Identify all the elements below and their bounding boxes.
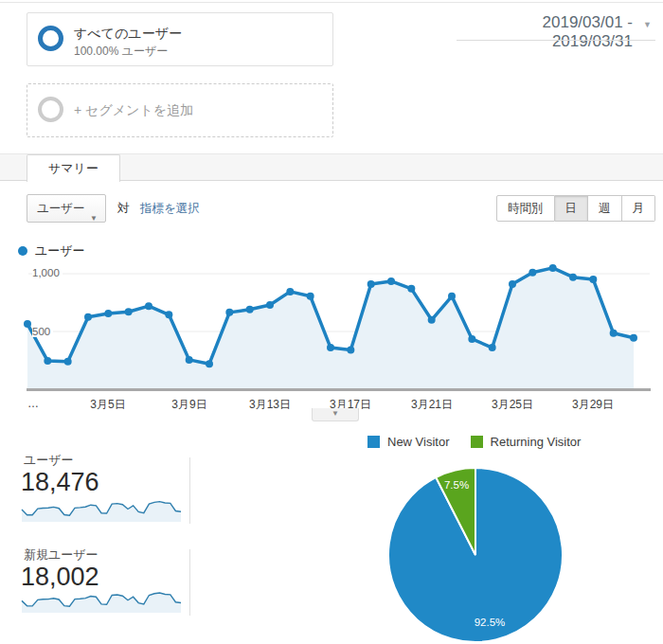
x-tick-mar21: 3月21日 bbox=[394, 397, 470, 413]
calendar-dropdown-icon: ▼ bbox=[643, 20, 652, 29]
x-tick-mar13: 3月13日 bbox=[232, 397, 308, 413]
segment-title: すべてのユーザー bbox=[74, 26, 182, 43]
metric-new-users-sparkline bbox=[20, 589, 183, 615]
visitor-type-pie-chart[interactable] bbox=[360, 445, 597, 644]
metric-divider bbox=[189, 549, 190, 616]
x-tick-mar5: 3月5日 bbox=[70, 397, 146, 413]
metric-new-users-label: 新規ユーザー bbox=[24, 546, 99, 564]
add-segment-label: + セグメントを追加 bbox=[74, 102, 193, 119]
collapse-chart-icon: ▼ bbox=[313, 408, 358, 420]
y-tick-1000: 1,000 bbox=[32, 267, 63, 278]
pie-new-visitor-percent: 92.5% bbox=[466, 617, 513, 628]
metric-users-value: 18,476 bbox=[21, 468, 99, 497]
metric-divider bbox=[189, 457, 190, 524]
segment-ring-icon bbox=[38, 26, 63, 51]
top-divider bbox=[0, 2, 663, 3]
date-range-selector[interactable]: 2019/03/01 - 2019/03/31 ▼ bbox=[458, 13, 655, 51]
metric-dropdown-arrow-icon: ▼ bbox=[90, 206, 98, 232]
x-tick-ellipsis: … bbox=[0, 397, 71, 410]
collapse-chart-button[interactable]: ▼ bbox=[312, 408, 359, 421]
granularity-month-button[interactable]: 月 bbox=[622, 195, 656, 222]
date-range-label: 2019/03/01 - 2019/03/31 bbox=[458, 13, 655, 51]
granularity-button-group: 時間別 日 週 月 bbox=[496, 195, 655, 222]
x-tick-mar29: 3月29日 bbox=[555, 397, 631, 413]
y-tick-500: 500 bbox=[32, 326, 53, 337]
granularity-day-button[interactable]: 日 bbox=[555, 195, 589, 222]
metric-dropdown-value: ユーザー bbox=[37, 202, 85, 215]
metric-users-sparkline bbox=[20, 498, 183, 524]
select-metric-link[interactable]: 指標を選択 bbox=[140, 201, 200, 217]
analytics-overview-page: すべてのユーザー 100.00% ユーザー + セグメントを追加 2019/03… bbox=[0, 0, 663, 644]
add-segment-button[interactable]: + セグメントを追加 bbox=[27, 83, 333, 137]
x-axis-baseline bbox=[27, 388, 651, 391]
x-tick-mar25: 3月25日 bbox=[475, 397, 550, 413]
date-range-underline bbox=[457, 40, 655, 41]
x-tick-mar9: 3月9日 bbox=[152, 397, 227, 413]
vs-label: 対 bbox=[117, 200, 130, 217]
metric-dropdown[interactable]: ユーザー ▼ bbox=[27, 194, 106, 223]
pie-returning-visitor-percent: 7.5% bbox=[438, 479, 475, 491]
granularity-week-button[interactable]: 週 bbox=[588, 195, 622, 222]
segment-subtitle: 100.00% ユーザー bbox=[74, 44, 168, 60]
legend-dot-icon bbox=[18, 246, 27, 256]
segment-card-all-users[interactable]: すべてのユーザー 100.00% ユーザー bbox=[27, 12, 333, 66]
add-segment-ring-icon bbox=[38, 97, 63, 122]
metric-new-users-value: 18,002 bbox=[21, 563, 99, 592]
granularity-hourly-button[interactable]: 時間別 bbox=[496, 195, 555, 222]
metric-users-label: ユーザー bbox=[24, 452, 74, 469]
tab-strip: サマリー bbox=[0, 153, 663, 181]
tab-summary[interactable]: サマリー bbox=[27, 154, 120, 182]
